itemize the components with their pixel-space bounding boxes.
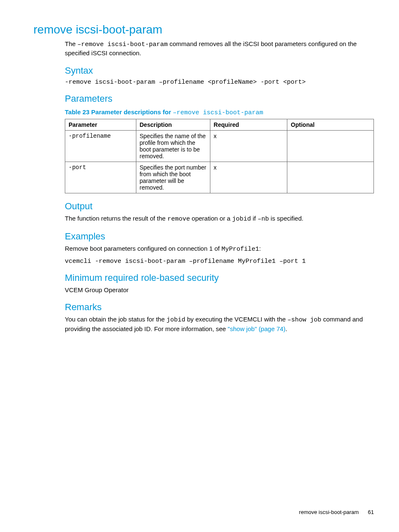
output-post: is specified. [269,215,304,222]
security-text: VCEM Group Operator [65,286,374,294]
examples-intro-post: : [259,245,261,252]
output-pre: The function returns the result of the [65,215,167,222]
examples-intro-pre: Remove boot parameters configured on con… [65,245,221,252]
table-row: -profilename Specifies the name of the p… [65,130,374,162]
intro-paragraph: The –remove iscsi-boot-param command rem… [65,40,374,58]
examples-intro: Remove boot parameters configured on con… [65,244,374,254]
remarks-link[interactable]: "show job" (page 74) [228,325,285,332]
footer-page-number: 61 [368,509,374,515]
output-code2: jobid [232,216,251,223]
caption-code: –remove iscsi-boot-param [173,109,263,116]
table-caption: Table 23 Parameter descriptions for –rem… [65,108,374,116]
remarks-code2: –show job [287,316,321,324]
examples-command: vcemcli -remove iscsi-boot-param –profil… [65,258,374,265]
remarks-code1: jobid [166,316,185,324]
th-required: Required [210,119,287,130]
th-optional: Optional [287,119,374,130]
syntax-text: -remove iscsi-boot-param –profilename <p… [65,79,374,86]
output-mid1: operation or a [190,215,232,222]
cell-optional [287,130,374,162]
examples-heading: Examples [65,231,374,242]
security-heading: Minimum required role-based security [65,272,374,283]
remarks-mid1: by executing the VCEMCLI with the [185,316,287,323]
th-parameter: Parameter [65,119,136,130]
parameters-table: Parameter Description Required Optional … [65,119,374,193]
output-code3: –nb [258,216,269,223]
th-description: Description [136,119,210,130]
cell-optional [287,162,374,193]
intro-code: –remove iscsi-boot-param [77,41,168,48]
cell-required: x [210,130,287,162]
remarks-post: . [286,325,287,332]
output-heading: Output [65,201,374,212]
remarks-pre: You can obtain the job status for the [65,316,166,323]
page-footer: remove iscsi-boot-param 61 [299,509,374,515]
output-code1: remove [167,216,190,223]
footer-label: remove iscsi-boot-param [299,509,359,515]
intro-pre: The [65,40,77,47]
cell-desc: Specifies the name of the profile from w… [136,130,210,162]
output-paragraph: The function returns the result of the r… [65,214,374,224]
caption-prefix: Table 23 Parameter descriptions for [65,108,173,116]
table-header-row: Parameter Description Required Optional [65,119,374,130]
examples-intro-code: MyProfile1 [221,246,259,253]
remarks-paragraph: You can obtain the job status for the jo… [65,315,374,333]
cell-param: -profilename [65,130,136,162]
cell-required: x [210,162,287,193]
table-row: -port Specifies the port number from whi… [65,162,374,193]
page-title: remove iscsi-boot-param [33,23,374,36]
remarks-heading: Remarks [65,302,374,313]
cell-param: -port [65,162,136,193]
cell-desc: Specifies the port number from which the… [136,162,210,193]
parameters-heading: Parameters [65,93,374,104]
syntax-heading: Syntax [65,65,374,76]
output-mid2: if [251,215,258,222]
